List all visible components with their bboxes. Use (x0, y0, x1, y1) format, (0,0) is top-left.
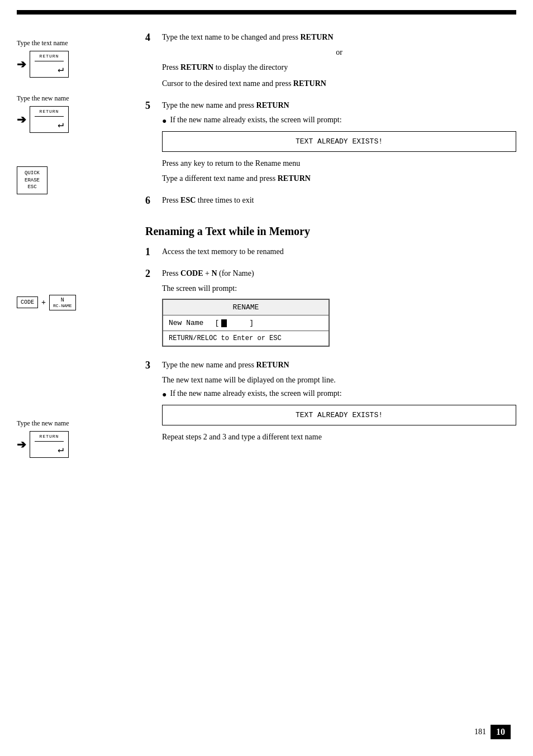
step-5-bullet: ● If the new name already exists, the sc… (162, 116, 516, 126)
text-already-exists-box-2: TEXT ALREADY EXISTS! (162, 405, 516, 425)
quick-erase-line1: QUICK (22, 170, 42, 177)
n-key-box: N RC-NAME (49, 295, 76, 310)
type-new-name-label: Type the new name (17, 94, 140, 103)
step-4-main: Type the text name to be changed and pre… (162, 31, 516, 43)
type-new-name-group-2: Type the new name ➔ RETURN ↵ (17, 419, 140, 458)
rename-title: RENAME (163, 300, 329, 315)
section2-step-3-note1: The new text name will be diplayed on th… (162, 374, 516, 386)
text-already-exists-box-1: TEXT ALREADY EXISTS! (162, 131, 516, 152)
section2-step-3-content: Type the new name and press RETURN The n… (162, 359, 516, 446)
return-arrow-2: ↵ (58, 118, 64, 130)
top-bar (17, 10, 516, 15)
return-label-3: RETURN (40, 434, 59, 439)
rename-dialog-box: RENAME New Name [ ] RETURN/RELOC to Ente… (162, 299, 330, 347)
step-4-return2: RETURN (180, 63, 213, 71)
step-4-return: RETURN (300, 33, 333, 41)
step-4-sub1: Press RETURN to display the directory (162, 61, 516, 73)
right-column: 4 Type the text name to be changed and p… (140, 26, 516, 469)
section2-step-3-main: Type the new name and press RETURN (162, 359, 516, 371)
code-n-key-group: CODE + N RC-NAME (17, 295, 140, 310)
step-6: 6 Press ESC three times to exit (145, 194, 516, 209)
section2-heading-container: Renaming a Text while in Memory (145, 225, 516, 238)
section2-step-3-bullet: ● If the new name already exists, the sc… (162, 389, 516, 399)
quick-erase-group: QUICK ERASE ESC (17, 166, 140, 194)
code-key-label: CODE (21, 299, 34, 305)
left-column: Type the text name ➔ RETURN ↵ Type the n… (17, 26, 140, 469)
return-key-diagram-3: ➔ RETURN ↵ (17, 431, 140, 458)
page-number-text: 181 (474, 728, 486, 736)
step-6-main: Press ESC three times to exit (162, 194, 516, 206)
return-key-diagram-1: ➔ RETURN ↵ (17, 51, 140, 78)
section2-step-3-note2: Repeat steps 2 and 3 and type a differen… (162, 431, 516, 443)
step-4-sub2: Cursor to the desired text name and pres… (162, 78, 516, 89)
bullet-dot-1: ● (162, 117, 166, 126)
quick-erase-line2: ERASE (22, 177, 42, 184)
type-new-name-group: Type the new name ➔ RETURN ↵ (17, 94, 140, 133)
type-text-name-label: Type the text name (17, 39, 140, 47)
section2-step-1: 1 Access the text memory to be renamed (145, 246, 516, 261)
step-5-bullet-text: If the new name already exists, the scre… (170, 116, 341, 125)
rename-bracket-close: ] (249, 319, 254, 327)
return-key-box-2: RETURN ↵ (30, 106, 69, 133)
return-arrow-3: ↵ (58, 443, 64, 455)
code-key-box: CODE (17, 296, 38, 308)
rename-newname-row: New Name [ ] (163, 315, 329, 331)
step-5-main: Type the new name and press RETURN (162, 99, 516, 111)
step-5-return2: RETURN (278, 174, 311, 183)
step-4-content: Type the text name to be changed and pre… (162, 31, 516, 93)
step-5: 5 Type the new name and press RETURN ● I… (145, 99, 516, 188)
step-5-note1: Press any key to return to the Rename me… (162, 157, 516, 169)
quick-erase-box: QUICK ERASE ESC (17, 166, 47, 194)
text-already-exists-text-1: TEXT ALREADY EXISTS! (296, 137, 383, 146)
return-key-box-1: RETURN ↵ (30, 51, 69, 78)
rename-bracket-open: [ (215, 319, 219, 327)
step-5-return: RETURN (256, 101, 289, 109)
step-4: 4 Type the text name to be changed and p… (145, 31, 516, 93)
section2-step-2-sub: The screen will prompt: (162, 283, 516, 294)
section2-code: CODE (180, 269, 203, 277)
return-arrow-1: ↵ (58, 63, 64, 75)
quick-erase-line3: ESC (22, 184, 42, 191)
section2-step-1-number: 1 (145, 246, 159, 258)
return-label-1: RETURN (40, 54, 59, 59)
step-4-return3: RETURN (293, 79, 326, 88)
step-6-content: Press ESC three times to exit (162, 194, 516, 209)
section2-step-3-number: 3 (145, 360, 159, 371)
return-key-diagram-2: ➔ RETURN ↵ (17, 106, 140, 133)
section-badge: 10 (491, 725, 511, 739)
return-label-2: RETURN (40, 109, 59, 114)
section2-step-2-main: Press CODE + N (for Name) (162, 267, 516, 279)
arrow-icon-2: ➔ (17, 113, 26, 126)
section2-step-2-number: 2 (145, 268, 159, 280)
section2-step-3-bullet-text: If the new name already exists, the scre… (170, 389, 341, 398)
text-already-exists-text-2: TEXT ALREADY EXISTS! (296, 411, 383, 419)
code-plus-n-diagram: CODE + N RC-NAME (17, 295, 140, 310)
section2-step-3: 3 Type the new name and press RETURN The… (145, 359, 516, 446)
step-6-esc: ESC (180, 196, 196, 204)
section2-step-1-content: Access the text memory to be renamed (162, 246, 516, 261)
step-5-content: Type the new name and press RETURN ● If … (162, 99, 516, 188)
section2-step-2-content: Press CODE + N (for Name) The screen wil… (162, 267, 516, 352)
n-key-label: N (53, 297, 72, 303)
section2-n: N (211, 269, 217, 277)
section2-step-2: 2 Press CODE + N (for Name) The screen w… (145, 267, 516, 352)
bullet-dot-2: ● (162, 390, 166, 399)
step-4-number: 4 (145, 32, 159, 44)
return-key-box-3: RETURN ↵ (30, 431, 69, 458)
rename-cursor (221, 319, 227, 327)
page-number-area: 181 10 (474, 725, 511, 739)
section2-heading: Renaming a Text while in Memory (145, 225, 516, 238)
step-5-number: 5 (145, 100, 159, 112)
plus-icon: + (41, 298, 46, 307)
arrow-icon-1: ➔ (17, 58, 26, 71)
section2-return: RETURN (256, 361, 289, 369)
rename-footer: RETURN/RELOC to Enter or ESC (163, 331, 329, 346)
step-4-or: or (162, 46, 516, 58)
step-5-note2: Type a different text name and press RET… (162, 173, 516, 184)
n-key-sublabel: RC-NAME (53, 303, 72, 308)
type-text-name-group: Type the text name ➔ RETURN ↵ (17, 39, 140, 78)
section2-step-1-text: Access the text memory to be renamed (162, 246, 516, 257)
type-new-name-label-2: Type the new name (17, 419, 140, 428)
step-6-number: 6 (145, 195, 159, 207)
rename-newname-label: New Name (169, 319, 203, 327)
